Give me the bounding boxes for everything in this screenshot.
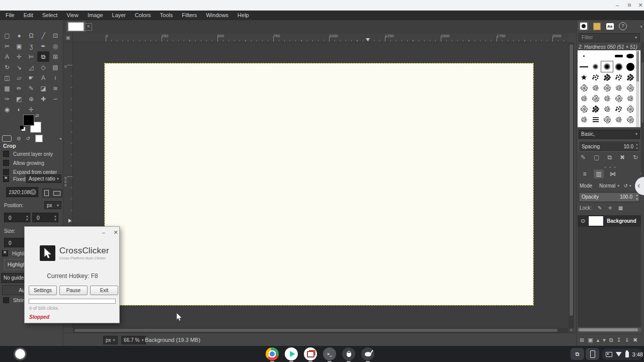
brush-item[interactable] (613, 51, 624, 61)
scrollbar-thumb[interactable] (74, 329, 557, 332)
crossclicker-dialog[interactable]: – ✕ CrossClicker Cross-Platform Auto Cli… (24, 226, 120, 323)
layer-thumbnail[interactable] (588, 216, 604, 226)
tab-paths[interactable]: ⋈ (608, 169, 618, 178)
spin-down-icon[interactable]: ▼ (54, 218, 57, 221)
opacity-slider[interactable]: Opacity 100.0 ▲▼ (579, 192, 640, 202)
anchor-layer-button[interactable]: ↧ (617, 337, 621, 343)
shelf-app-files[interactable] (304, 347, 317, 360)
position-y-spinner[interactable]: 0 ▲ ▼ (32, 213, 58, 222)
ellipse-select-tool[interactable]: ● (13, 30, 25, 41)
foreground-color-swatch[interactable] (23, 115, 34, 126)
perspective-tool[interactable]: ◇ (37, 62, 49, 72)
brush-tag-dropdown[interactable]: Basic, ▾ (579, 130, 640, 139)
canvas-vertical-scrollbar[interactable] (569, 42, 574, 328)
spacing-steppers[interactable]: ▲▼ (635, 142, 638, 150)
brush-item[interactable] (578, 72, 590, 82)
menu-item[interactable]: Help (233, 11, 254, 20)
clone-tool[interactable]: ⊕ (25, 94, 37, 104)
lock-position-icon[interactable]: ✛ (608, 205, 612, 211)
canvas-viewport[interactable] (73, 42, 569, 328)
free-select-tool[interactable]: Ω (25, 30, 37, 41)
canvas-horizontal-scrollbar[interactable] (73, 328, 569, 333)
fuzzy-select-tool[interactable]: ╱ (37, 30, 49, 41)
dock-scrollbar[interactable] (641, 42, 644, 193)
text-tool[interactable]: A (1, 51, 13, 62)
tab-brushes[interactable] (579, 22, 589, 31)
screen-capture-button[interactable]: ⧉ (571, 348, 584, 360)
window-titlebar[interactable]: – ⧉ ✕ (0, 0, 644, 11)
zoom-tool[interactable]: ◎ (49, 41, 61, 51)
ruler-corner-button[interactable]: ▣ (63, 33, 73, 42)
brush-item[interactable] (624, 82, 636, 93)
layer-name[interactable]: Background (607, 218, 636, 224)
canvas-image[interactable] (105, 63, 533, 305)
reset-colors-icon[interactable] (20, 126, 24, 129)
shelf-app-terminal[interactable]: >_ (323, 347, 336, 360)
checkbox-icon[interactable] (3, 160, 9, 166)
checkbox-icon[interactable] (3, 151, 9, 157)
brush-swatch-icon[interactable] (2, 135, 12, 142)
opacity-steppers[interactable]: ▲▼ (635, 193, 638, 201)
brush-item[interactable] (613, 82, 624, 93)
chevron-down-icon[interactable]: ▾ (617, 184, 619, 188)
brush-item[interactable] (601, 51, 613, 61)
h-ruler[interactable]: 025050075010001250150017502000 (73, 33, 569, 42)
brush-item[interactable] (613, 104, 624, 114)
edit-brush-button[interactable]: ✎ (581, 154, 586, 161)
brush-grid-scrollbar[interactable] (636, 50, 639, 127)
unified-transform-tool[interactable]: ⊞ (49, 51, 61, 62)
spin-down-icon[interactable]: ▼ (26, 218, 29, 221)
menu-item[interactable]: Windows (201, 11, 233, 20)
toolbox-menu-icon[interactable]: ◂ (59, 136, 61, 141)
brush-item[interactable] (613, 114, 624, 125)
dialog-close-icon[interactable]: ✕ (112, 229, 119, 236)
layer-visibility-eye-icon[interactable]: ⊙ (581, 218, 585, 224)
layer-row-background[interactable]: ⊙ Background (578, 215, 641, 227)
gradient-tool[interactable]: ◩ (13, 94, 25, 104)
delete-layer-button[interactable]: ✖ (633, 337, 637, 343)
brush-filter-input[interactable]: Filter ▾ (579, 33, 640, 42)
window-close-icon[interactable]: ✕ (636, 1, 644, 9)
navigation-preview-button[interactable]: ✛ (569, 328, 574, 333)
pause-button[interactable]: Pause (59, 286, 88, 295)
highlight-checkbox-icon[interactable] (2, 250, 8, 256)
exit-button[interactable]: Exit (90, 286, 118, 295)
fixed-checkbox-row[interactable]: Fixed (3, 176, 25, 182)
brush-item[interactable] (578, 51, 590, 61)
ink-pen-tool[interactable]: ✑ (1, 94, 13, 104)
swap-colors-icon[interactable]: ⇄ (35, 113, 39, 118)
layer-list[interactable] (578, 215, 641, 327)
image-tab[interactable] (66, 21, 86, 32)
duplicate-layer-button[interactable]: ⧉ (609, 337, 613, 343)
spin-up-icon[interactable]: ▲ (54, 215, 57, 218)
position-unit-dropdown[interactable]: px ▾ (44, 201, 61, 209)
menu-item[interactable]: Edit (19, 11, 38, 20)
brush-item[interactable] (590, 82, 601, 93)
rectangle-select-tool[interactable]: ▢ (1, 30, 13, 41)
position-x-spinner[interactable]: 0 ▲ ▼ (4, 213, 30, 222)
brush-item[interactable] (613, 93, 624, 104)
heal-tool[interactable]: ✚ (37, 94, 49, 104)
checkbox-icon[interactable] (3, 169, 9, 175)
spacing-slider[interactable]: Spacing 10.0 ▲▼ (579, 141, 640, 152)
scrollbar-thumb[interactable] (570, 44, 573, 316)
warp-transform-tool[interactable]: ☛ (25, 72, 37, 83)
zoom-dropdown[interactable]: 66.7 % ▾ (121, 336, 146, 344)
scrollbar-thumb[interactable] (636, 51, 639, 81)
spin-up-icon[interactable]: ▲ (26, 215, 29, 218)
mode-switch-icon[interactable]: ↺ (623, 183, 627, 189)
new-brush-button[interactable]: ▢ (594, 154, 599, 161)
shear-tool[interactable]: ◿ (25, 62, 37, 72)
brush-item[interactable] (578, 104, 590, 114)
refresh-brushes-button[interactable]: ↻ (633, 154, 638, 161)
menu-item[interactable]: Colors (130, 11, 155, 20)
chevron-down-icon[interactable]: ▾ (629, 184, 631, 188)
shrink-merged-checkbox-icon[interactable] (3, 297, 9, 303)
scrollbar-thumb[interactable] (641, 62, 643, 123)
eraser-tool[interactable]: ◪ (37, 83, 49, 94)
brush-item[interactable] (624, 72, 636, 82)
move-tool[interactable]: ✛ (13, 51, 25, 62)
brush-item[interactable] (578, 82, 590, 93)
window-minimize-icon[interactable]: – (613, 1, 622, 9)
airbrush-tool[interactable]: ≋ (49, 83, 61, 94)
